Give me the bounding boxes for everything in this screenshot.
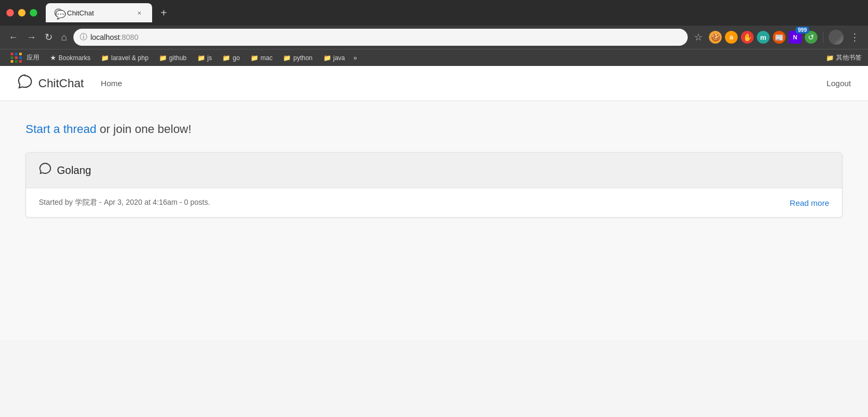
address-info-icon: ⓘ (80, 32, 87, 42)
thread-chat-icon (39, 162, 52, 178)
tab-close-button[interactable]: × (135, 9, 144, 17)
extension-divider (823, 32, 823, 43)
address-bar-row: ← → ↻ ⌂ ⓘ localhost:8080 ☆ 🍪 a ✋ m 📰 N 9… (0, 26, 868, 49)
folder-icon: 📁 (101, 54, 109, 62)
user-avatar[interactable] (829, 30, 844, 45)
rss-extension-icon[interactable]: 📰 (773, 31, 786, 44)
teal-m-extension-icon[interactable]: m (757, 31, 770, 44)
minimize-window-button[interactable] (18, 9, 26, 16)
bookmark-python[interactable]: 📁 python (279, 53, 316, 63)
app-brand: ChitChat (17, 73, 84, 93)
star-icon: ★ (50, 54, 56, 62)
red-hand-extension-icon[interactable]: ✋ (741, 31, 754, 44)
bookmark-star-button[interactable]: ☆ (692, 29, 705, 45)
page-heading: Start a thread or join one below! (26, 122, 842, 136)
reload-button[interactable]: ↻ (43, 30, 55, 44)
maximize-window-button[interactable] (30, 9, 37, 16)
active-tab[interactable]: 💬 ChitChat × (46, 3, 152, 22)
folder-icon: 📁 (323, 54, 331, 62)
other-bookmarks[interactable]: 📁 其他书签 (826, 53, 862, 62)
bookmark-apps[interactable]: 应用 (6, 52, 44, 64)
bookmark-bookmarks-star[interactable]: ★ Bookmarks (46, 53, 95, 63)
nav-home-link[interactable]: Home (101, 79, 122, 88)
address-bar[interactable]: ⓘ localhost:8080 (73, 29, 688, 46)
thread-body: Started by 学院君 - Apr 3, 2020 at 4:16am -… (26, 188, 842, 217)
folder-icon: 📁 (251, 54, 258, 62)
folder-icon: 📁 (283, 54, 291, 62)
bookmark-laravel[interactable]: 📁 laravel & php (97, 53, 153, 63)
back-button[interactable]: ← (6, 30, 20, 44)
badge-999: 999 (796, 27, 809, 34)
thread-header: Golang (26, 153, 842, 188)
thread-title: Golang (57, 164, 91, 177)
thread-card: Golang Started by 学院君 - Apr 3, 2020 at 4… (26, 152, 842, 218)
new-tab-button[interactable]: + (156, 5, 171, 21)
title-bar: 💬 ChitChat × + (0, 0, 868, 26)
folder-icon: 📁 (197, 54, 205, 62)
tab-bar: 💬 ChitChat × + (46, 3, 171, 22)
bookmark-java[interactable]: 📁 java (319, 53, 349, 63)
thread-meta: Started by 学院君 - Apr 3, 2020 at 4:16am -… (39, 198, 210, 207)
close-window-button[interactable] (6, 9, 14, 16)
browser-extensions: 🍪 a ✋ m 📰 N 999 ↺ (709, 30, 844, 45)
start-thread-link[interactable]: Start a thread (26, 122, 96, 136)
page-content: ChitChat Home Logout Start a thread or j… (0, 66, 868, 340)
brand-name: ChitChat (38, 77, 84, 90)
cookie-extension-icon[interactable]: 🍪 (709, 31, 722, 44)
main-area: Start a thread or join one below! Golang… (0, 101, 868, 340)
brand-chat-icon (17, 73, 33, 93)
folder-icon: 📁 (826, 54, 834, 62)
bookmarks-bar: 应用 ★ Bookmarks 📁 laravel & php 📁 github … (0, 49, 868, 66)
bookmark-mac[interactable]: 📁 mac (246, 53, 277, 63)
window-controls (6, 9, 37, 16)
folder-icon: 📁 (159, 54, 167, 62)
bookmark-go[interactable]: 📁 go (218, 53, 244, 63)
badge-999-group: N 999 (789, 31, 802, 44)
app-navbar: ChitChat Home Logout (0, 66, 868, 101)
logout-button[interactable]: Logout (827, 79, 851, 88)
tab-favicon-icon: 💬 (54, 9, 63, 17)
apps-grid-icon (11, 53, 22, 63)
bookmark-github[interactable]: 📁 github (155, 53, 191, 63)
nav-links: Home (101, 79, 122, 88)
rss-badge-group: 📰 (773, 31, 786, 44)
tab-title-text: ChitChat (67, 9, 131, 17)
forward-button[interactable]: → (24, 30, 38, 44)
bookmark-js[interactable]: 📁 js (193, 53, 216, 63)
read-more-link[interactable]: Read more (790, 198, 829, 207)
browser-menu-button[interactable]: ⋮ (848, 31, 862, 43)
home-button[interactable]: ⌂ (59, 30, 69, 44)
browser-chrome: 💬 ChitChat × + ← → ↻ ⌂ ⓘ localhost:8080 … (0, 0, 868, 66)
address-text: localhost:8080 (90, 33, 138, 41)
more-bookmarks-button[interactable]: » (354, 54, 357, 62)
amazon-extension-icon[interactable]: a (725, 31, 738, 44)
navbar-right: Logout (827, 79, 851, 88)
folder-icon: 📁 (222, 54, 230, 62)
